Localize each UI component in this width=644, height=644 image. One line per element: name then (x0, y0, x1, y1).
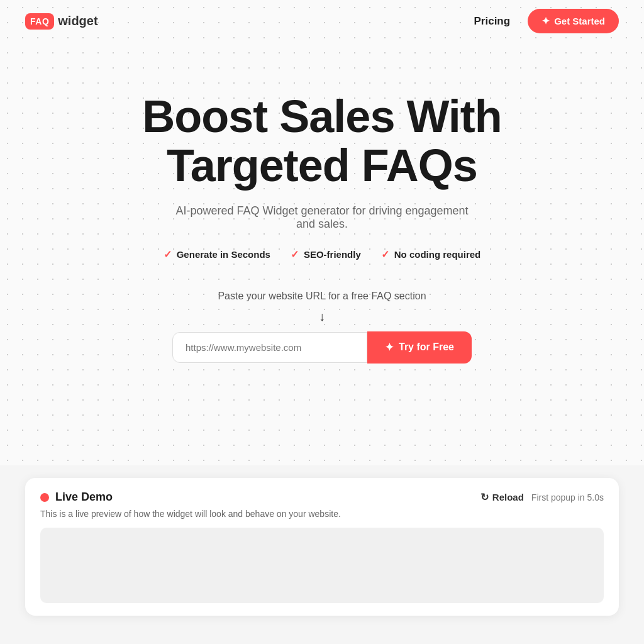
check-icon-2: ✓ (291, 248, 299, 260)
popup-timer-label: First popup in 5.0s (531, 492, 604, 502)
reload-icon: ↻ (480, 491, 489, 503)
feature-label-1: Generate in Seconds (177, 249, 270, 260)
demo-preview-area (40, 528, 604, 603)
feature-item-3: ✓ No coding required (381, 248, 481, 260)
url-input[interactable] (172, 332, 367, 363)
hero-title: Boost Sales With Targeted FAQs (142, 92, 501, 191)
feature-item-2: ✓ SEO-friendly (291, 248, 361, 260)
bottom-section: Live Demo ↻ Reload First popup in 5.0s T… (0, 465, 644, 628)
hero-subtitle: AI-powered FAQ Widget generator for driv… (165, 204, 479, 231)
sparkle-icon: ✦ (541, 15, 550, 27)
navbar: FAQ widget Pricing ✦ Get Started (0, 0, 644, 42)
url-prompt-label: Paste your website URL for a free FAQ se… (218, 291, 426, 302)
live-demo-title-row: Live Demo (40, 491, 113, 504)
hero-section: FAQ widget Pricing ✦ Get Started Boost S… (0, 0, 644, 465)
url-section: Paste your website URL for a free FAQ se… (172, 291, 472, 364)
feature-item-1: ✓ Generate in Seconds (164, 248, 270, 260)
hero-title-line2: Targeted FAQs (167, 140, 477, 191)
live-demo-controls: ↻ Reload First popup in 5.0s (480, 491, 604, 503)
feature-label-2: SEO-friendly (304, 249, 361, 260)
try-free-sparkle-icon: ✦ (385, 341, 394, 354)
feature-label-3: No coding required (394, 249, 481, 260)
try-free-label: Try for Free (399, 341, 454, 353)
try-free-button[interactable]: ✦ Try for Free (367, 331, 472, 364)
get-started-button[interactable]: ✦ Get Started (528, 9, 619, 33)
nav-right: Pricing ✦ Get Started (474, 9, 619, 33)
logo-faq-box: FAQ (25, 13, 54, 30)
features-row: ✓ Generate in Seconds ✓ SEO-friendly ✓ N… (164, 248, 481, 260)
hero-content: Boost Sales With Targeted FAQs AI-powere… (0, 42, 644, 401)
live-demo-title: Live Demo (55, 491, 113, 504)
live-demo-description: This is a live preview of how the widget… (40, 509, 604, 519)
live-demo-section: Live Demo ↻ Reload First popup in 5.0s T… (25, 478, 619, 616)
check-icon-1: ✓ (164, 248, 172, 260)
logo-widget-text: widget (58, 14, 97, 28)
arrow-down-icon: ↓ (319, 309, 325, 324)
get-started-label: Get Started (554, 16, 605, 26)
hero-title-line1: Boost Sales With (142, 91, 501, 142)
logo: FAQ widget (25, 13, 98, 30)
url-input-row: ✦ Try for Free (172, 331, 472, 364)
check-icon-3: ✓ (381, 248, 389, 260)
live-demo-header: Live Demo ↻ Reload First popup in 5.0s (40, 491, 604, 504)
pricing-link[interactable]: Pricing (474, 15, 511, 28)
reload-button[interactable]: ↻ Reload (480, 491, 524, 503)
reload-label: Reload (492, 492, 524, 502)
live-indicator-dot (40, 493, 49, 502)
